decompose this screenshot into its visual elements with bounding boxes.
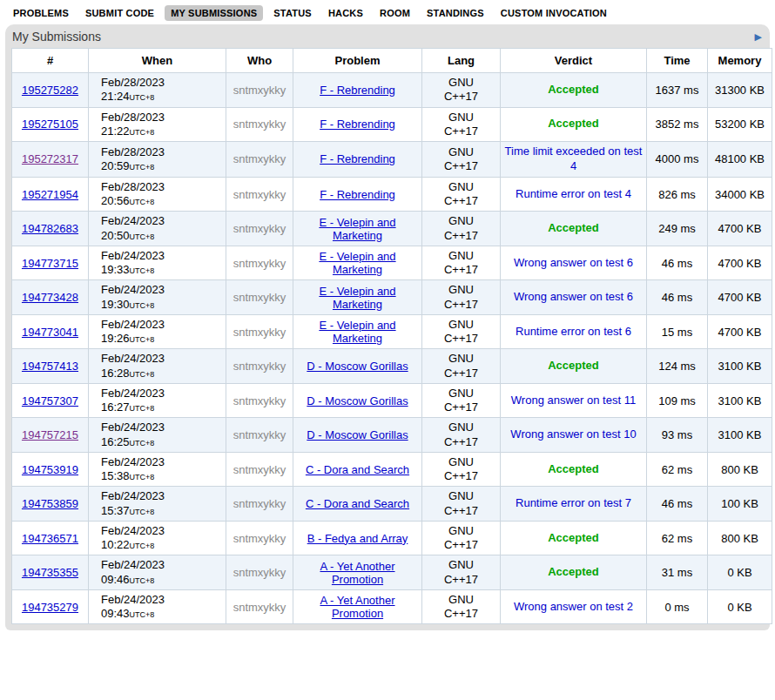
execution-time: 109 ms [647, 383, 708, 418]
submission-time: 16:27 [101, 400, 130, 414]
problem-link[interactable]: E - Velepin and Marketing [319, 250, 395, 276]
execution-time: 3852 ms [647, 107, 708, 142]
problem-link[interactable]: A - Yet Another Promotion [320, 594, 394, 620]
submission-id-link[interactable]: 194773715 [22, 257, 78, 270]
submission-id-link[interactable]: 194773041 [22, 326, 78, 339]
submission-id-link[interactable]: 194757215 [22, 428, 78, 441]
problem-link[interactable]: F - Rebrending [320, 188, 395, 201]
verdict-text[interactable]: Accepted [548, 531, 599, 544]
verdict-text[interactable]: Time limit exceeded on test 4 [505, 145, 643, 172]
nav-item-submit-code[interactable]: SUBMIT CODE [79, 5, 160, 21]
submitter-name: sntmxykky [233, 152, 286, 165]
execution-time: 4000 ms [647, 142, 708, 178]
problem-link[interactable]: E - Velepin and Marketing [319, 285, 395, 311]
verdict-text[interactable]: Accepted [548, 462, 599, 475]
submission-id-link[interactable]: 195272317 [22, 152, 78, 165]
submission-date: Feb/24/2023 [101, 283, 165, 296]
nav-item-custom-invocation[interactable]: CUSTOM INVOCATION [495, 5, 613, 21]
submission-id-link[interactable]: 194735355 [22, 566, 78, 579]
table-header-row: # When Who Problem Lang Verdict Time Mem… [12, 49, 772, 73]
nav-item-my-submissions[interactable]: MY SUBMISSIONS [165, 5, 263, 21]
verdict-text[interactable]: Accepted [548, 221, 599, 234]
submissions-panel: My Submissions ▶ # When Who Problem Lang… [5, 24, 770, 630]
col-header-memory: Memory [708, 49, 772, 73]
problem-link[interactable]: F - Rebrending [320, 152, 395, 165]
verdict-text[interactable]: Accepted [548, 117, 599, 130]
verdict-text[interactable]: Accepted [548, 565, 599, 578]
submission-time: 16:28 [101, 367, 130, 380]
submission-id-link[interactable]: 194736571 [22, 532, 78, 545]
memory-used: 4700 KB [708, 212, 772, 246]
submission-lang: GNU C++17 [441, 283, 482, 312]
expand-arrow-icon[interactable]: ▶ [755, 31, 762, 43]
verdict-text[interactable]: Runtime error on test 7 [516, 496, 631, 509]
submission-time: 16:25 [101, 435, 130, 448]
submission-timezone: UTC+8 [130, 232, 155, 241]
panel-title: My Submissions [12, 30, 101, 44]
submission-id-link[interactable]: 195275282 [22, 84, 78, 97]
submission-when: Feb/24/2023 16:27UTC+8 [89, 383, 226, 418]
submission-date: Feb/24/2023 [101, 214, 165, 227]
table-row: 194757307 Feb/24/2023 16:27UTC+8 sntmxyk… [12, 383, 772, 418]
execution-time: 15 ms [647, 314, 708, 349]
submission-timezone: UTC+8 [130, 266, 155, 275]
verdict-text[interactable]: Wrong answer on test 10 [510, 427, 636, 441]
submission-id-link[interactable]: 195271954 [22, 188, 78, 201]
nav-item-status[interactable]: STATUS [267, 5, 318, 21]
submissions-table: # When Who Problem Lang Verdict Time Mem… [11, 48, 772, 624]
execution-time: 1637 ms [647, 73, 708, 108]
problem-link[interactable]: B - Fedya and Array [307, 532, 408, 545]
submission-id-link[interactable]: 194735279 [22, 601, 78, 614]
problem-link[interactable]: D - Moscow Gorillas [307, 360, 408, 373]
memory-used: 0 KB [708, 555, 772, 590]
submitter-name: sntmxykky [233, 360, 286, 373]
submission-lang: GNU C++17 [441, 524, 482, 553]
submission-date: Feb/24/2023 [101, 455, 165, 468]
submission-id-link[interactable]: 194753859 [22, 497, 78, 510]
submission-time: 20:50 [101, 229, 130, 242]
submission-date: Feb/28/2023 [101, 180, 165, 193]
submission-date: Feb/24/2023 [101, 352, 165, 365]
verdict-text[interactable]: Wrong answer on test 2 [514, 600, 633, 613]
submission-id-link[interactable]: 194757413 [22, 360, 78, 373]
memory-used: 3100 KB [708, 383, 772, 418]
execution-time: 62 ms [647, 521, 708, 555]
problem-link[interactable]: A - Yet Another Promotion [320, 560, 394, 586]
submission-lang: GNU C++17 [441, 352, 482, 380]
problem-link[interactable]: C - Dora and Search [306, 463, 409, 476]
verdict-text[interactable]: Accepted [548, 83, 599, 96]
submission-lang: GNU C++17 [441, 593, 482, 622]
problem-link[interactable]: E - Velepin and Marketing [319, 216, 395, 242]
submission-date: Feb/24/2023 [101, 421, 165, 434]
submission-id-link[interactable]: 194753919 [22, 463, 78, 476]
verdict-text[interactable]: Runtime error on test 6 [516, 325, 631, 338]
nav-item-room[interactable]: ROOM [374, 5, 416, 21]
verdict-text[interactable]: Wrong answer on test 6 [514, 256, 633, 269]
nav-item-problems[interactable]: PROBLEMS [7, 5, 75, 21]
submission-when: Feb/24/2023 19:26UTC+8 [89, 314, 226, 349]
submission-when: Feb/24/2023 20:50UTC+8 [89, 212, 226, 246]
memory-used: 3100 KB [708, 349, 772, 384]
submission-id-link[interactable]: 194757307 [22, 394, 78, 407]
memory-used: 800 KB [708, 521, 772, 555]
submission-time: 10:22 [101, 538, 130, 551]
problem-link[interactable]: D - Moscow Gorillas [307, 394, 408, 407]
submission-id-link[interactable]: 194773428 [22, 291, 78, 304]
verdict-text[interactable]: Wrong answer on test 11 [511, 394, 636, 407]
submission-when: Feb/24/2023 09:43UTC+8 [89, 589, 226, 624]
problem-link[interactable]: E - Velepin and Marketing [319, 319, 395, 345]
submission-date: Feb/24/2023 [101, 318, 165, 331]
nav-item-standings[interactable]: STANDINGS [421, 5, 490, 21]
verdict-text[interactable]: Runtime error on test 4 [516, 187, 631, 200]
problem-link[interactable]: D - Moscow Gorillas [307, 428, 408, 441]
execution-time: 826 ms [647, 177, 708, 212]
submission-id-link[interactable]: 194782683 [22, 222, 78, 235]
submission-lang: GNU C++17 [441, 76, 482, 104]
submission-id-link[interactable]: 195275105 [22, 118, 78, 131]
verdict-text[interactable]: Wrong answer on test 6 [514, 290, 633, 303]
problem-link[interactable]: C - Dora and Search [306, 497, 409, 510]
verdict-text[interactable]: Accepted [548, 359, 599, 372]
nav-item-hacks[interactable]: HACKS [322, 5, 369, 21]
problem-link[interactable]: F - Rebrending [320, 84, 395, 97]
problem-link[interactable]: F - Rebrending [320, 118, 395, 131]
